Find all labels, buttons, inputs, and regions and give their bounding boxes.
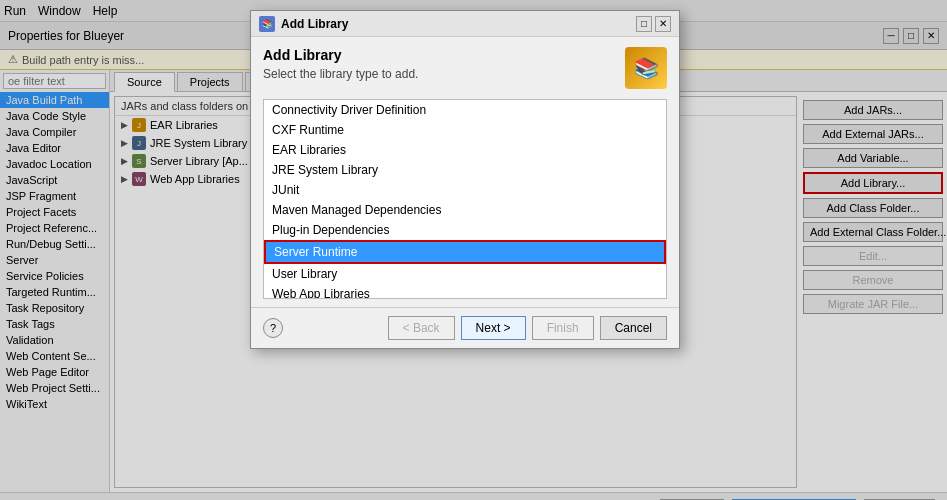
lib-type-maven[interactable]: Maven Managed Dependencies — [264, 200, 666, 220]
back-button[interactable]: < Back — [388, 316, 455, 340]
dialog-icon: 📚 — [259, 16, 275, 32]
lib-type-user[interactable]: User Library — [264, 264, 666, 284]
lib-type-junit[interactable]: JUnit — [264, 180, 666, 200]
lib-type-server-runtime[interactable]: Server Runtime — [264, 240, 666, 264]
dialog-cancel-button[interactable]: Cancel — [600, 316, 667, 340]
dialog-header-image: 📚 — [625, 47, 667, 89]
dialog-titlebar: 📚 Add Library □ ✕ — [251, 11, 679, 37]
lib-type-ear[interactable]: EAR Libraries — [264, 140, 666, 160]
next-button[interactable]: Next > — [461, 316, 526, 340]
dialog-close-button[interactable]: ✕ — [655, 16, 671, 32]
dialog-footer-right: < Back Next > Finish Cancel — [388, 316, 667, 340]
lib-type-web-app[interactable]: Web App Libraries — [264, 284, 666, 299]
dialog-footer-left: ? — [263, 318, 283, 338]
finish-button[interactable]: Finish — [532, 316, 594, 340]
lib-type-plugin[interactable]: Plug-in Dependencies — [264, 220, 666, 240]
dialog-win-buttons: □ ✕ — [636, 16, 671, 32]
lib-type-jre[interactable]: JRE System Library — [264, 160, 666, 180]
dialog-maximize-button[interactable]: □ — [636, 16, 652, 32]
add-library-dialog: 📚 Add Library □ ✕ Add Library Select the… — [250, 10, 680, 349]
dialog-heading: Add Library — [263, 47, 418, 63]
dialog-library-list[interactable]: Connectivity Driver Definition CXF Runti… — [263, 99, 667, 299]
main-window: Run Window Help Properties for Blueyer ─… — [0, 0, 947, 500]
dialog-header-text: Add Library Select the library type to a… — [263, 47, 418, 81]
lib-type-cxf[interactable]: CXF Runtime — [264, 120, 666, 140]
lib-type-connectivity[interactable]: Connectivity Driver Definition — [264, 100, 666, 120]
dialog-footer: ? < Back Next > Finish Cancel — [251, 307, 679, 348]
dialog-subheading: Select the library type to add. — [263, 67, 418, 81]
dialog-header: Add Library Select the library type to a… — [251, 37, 679, 95]
dialog-title-text: Add Library — [281, 17, 348, 31]
dialog-title: 📚 Add Library — [259, 16, 348, 32]
help-button[interactable]: ? — [263, 318, 283, 338]
